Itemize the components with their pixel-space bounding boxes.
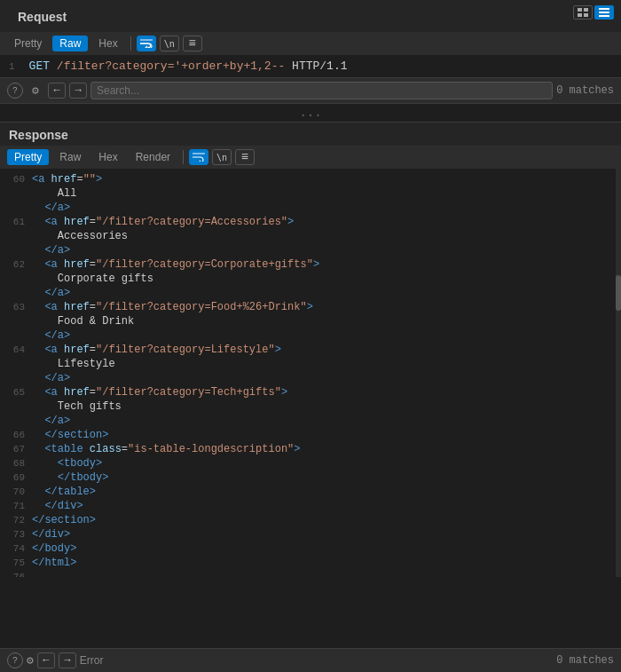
line-content: </a> <box>32 328 70 343</box>
error-input-bottom[interactable] <box>80 654 553 667</box>
code-line: Corporate gifts <box>5 272 616 286</box>
prev-match-btn[interactable]: ← <box>48 83 66 99</box>
tab-pretty-response[interactable]: Pretty <box>7 149 49 165</box>
code-line: 61 <a href="/filter?category=Accessories… <box>5 215 616 229</box>
request-line-num: 1 <box>9 61 22 72</box>
request-matches: 0 matches <box>556 84 614 97</box>
line-content: <a href="/filter?category=Accessories"> <box>32 215 294 229</box>
line-content: All <box>32 186 76 201</box>
svg-rect-6 <box>599 15 609 17</box>
code-line: Accessories <box>5 229 616 243</box>
separator-2 <box>183 150 184 164</box>
request-toolbar: Pretty Raw Hex \n ≡ <box>0 32 621 55</box>
response-panel: Response Pretty Raw Hex Render \n ≡ 60<a… <box>0 123 621 577</box>
request-header: Request <box>0 0 621 32</box>
code-line: 76 <box>5 570 616 577</box>
wrap-icon-response[interactable] <box>189 149 208 165</box>
tab-pretty-request[interactable]: Pretty <box>7 36 49 51</box>
response-toolbar: Pretty Raw Hex Render \n ≡ <box>0 146 621 169</box>
next-match-btn[interactable]: → <box>69 83 87 99</box>
request-search-bar: ? ⚙ ← → 0 matches <box>0 78 621 104</box>
code-line: 63 <a href="/filter?category=Food+%26+Dr… <box>5 300 616 314</box>
help-icon[interactable]: ? <box>7 83 23 99</box>
grid-view-btn[interactable] <box>573 5 593 20</box>
code-line: </a> <box>5 414 616 428</box>
line-content: </tbody> <box>32 470 108 485</box>
response-title: Response <box>0 123 621 146</box>
line-content: </section> <box>32 513 96 527</box>
line-content: <tbody> <box>32 456 102 470</box>
line-number: 75 <box>5 556 32 570</box>
line-content: </a> <box>32 286 70 300</box>
code-line: </a> <box>5 243 616 257</box>
line-content: </div> <box>32 527 70 542</box>
svg-rect-0 <box>578 8 582 12</box>
list-view-btn[interactable] <box>594 5 614 20</box>
code-line: 64 <a href="/filter?category=Lifestyle"> <box>5 343 616 357</box>
line-number: 70 <box>5 485 32 499</box>
code-line: 75</html> <box>5 556 616 570</box>
line-content: Tech gifts <box>32 399 122 414</box>
code-line: 66 </section> <box>5 428 616 442</box>
line-content: </body> <box>32 542 76 556</box>
line-number: 67 <box>5 442 32 456</box>
line-content: <a href=""> <box>32 172 102 186</box>
line-number: 64 <box>5 343 32 357</box>
code-lines-container: 60<a href=""> All </a>61 <a href="/filte… <box>5 172 616 577</box>
separator-1 <box>130 36 131 51</box>
line-number: 69 <box>5 470 32 485</box>
response-matches: 0 matches <box>556 654 614 667</box>
line-content: <a href="/filter?category=Tech+gifts"> <box>32 385 287 399</box>
request-panel: Request Pretty Raw Hex \n ≡ 1GET /filter… <box>0 0 621 123</box>
menu-icon-response[interactable]: ≡ <box>235 149 255 165</box>
tab-hex-request[interactable]: Hex <box>91 36 124 51</box>
line-content: <table class="is-table-longdescription"> <box>32 442 300 456</box>
next-match-btn-bottom[interactable]: → <box>59 652 76 668</box>
line-number: 62 <box>5 257 32 272</box>
line-content: <a href="/filter?category=Food+%26+Drink… <box>32 300 313 314</box>
svg-rect-2 <box>578 13 582 17</box>
code-line: 73</div> <box>5 527 616 542</box>
code-line: 68 <tbody> <box>5 456 616 470</box>
newline-icon-request[interactable]: \n <box>160 36 179 51</box>
code-line: Lifestyle <box>5 357 616 371</box>
request-line: 1GET /filter?category='+order+by+1,2-- H… <box>0 55 621 78</box>
code-line: </a> <box>5 328 616 343</box>
gear-icon-bottom[interactable]: ⚙ <box>27 653 34 668</box>
line-number: 65 <box>5 385 32 399</box>
code-line: </a> <box>5 371 616 385</box>
code-line: 71 </div> <box>5 499 616 513</box>
code-line: Tech gifts <box>5 399 616 414</box>
line-content: <a href="/filter?category=Corporate+gift… <box>32 257 319 272</box>
tab-raw-response[interactable]: Raw <box>52 149 88 165</box>
code-line: 62 <a href="/filter?category=Corporate+g… <box>5 257 616 272</box>
line-number: 72 <box>5 513 32 527</box>
newline-icon-response[interactable]: \n <box>212 149 232 165</box>
help-icon-bottom[interactable]: ? <box>7 652 23 668</box>
line-content: </a> <box>32 414 70 428</box>
search-input-request[interactable] <box>90 82 553 99</box>
tab-raw-request[interactable]: Raw <box>52 36 88 51</box>
svg-rect-4 <box>599 8 609 10</box>
line-number: 73 <box>5 527 32 542</box>
response-code-area: 60<a href=""> All </a>61 <a href="/filte… <box>0 169 621 577</box>
tab-hex-response[interactable]: Hex <box>91 149 124 165</box>
menu-icon-request[interactable]: ≡ <box>183 36 202 51</box>
line-number: 63 <box>5 300 32 314</box>
code-line: 72</section> <box>5 513 616 527</box>
line-number: 76 <box>5 570 32 577</box>
wrap-icon-request[interactable] <box>137 36 156 51</box>
scrollbar-thumb[interactable] <box>616 275 621 311</box>
vertical-scrollbar[interactable] <box>616 169 621 577</box>
code-line: 60<a href=""> <box>5 172 616 186</box>
tab-render-response[interactable]: Render <box>129 149 177 165</box>
line-content: </html> <box>32 556 76 570</box>
line-content: </div> <box>32 499 83 513</box>
line-content: </table> <box>32 485 96 499</box>
gear-icon[interactable]: ⚙ <box>27 83 44 99</box>
bottom-search-bar: ? ⚙ ← → 0 matches <box>0 648 621 672</box>
request-url: /filter?category='+order+by+1,2-- <box>57 59 292 73</box>
prev-match-btn-bottom[interactable]: ← <box>37 652 55 668</box>
line-content: <a href="/filter?category=Lifestyle"> <box>32 343 281 357</box>
svg-rect-3 <box>584 13 588 17</box>
